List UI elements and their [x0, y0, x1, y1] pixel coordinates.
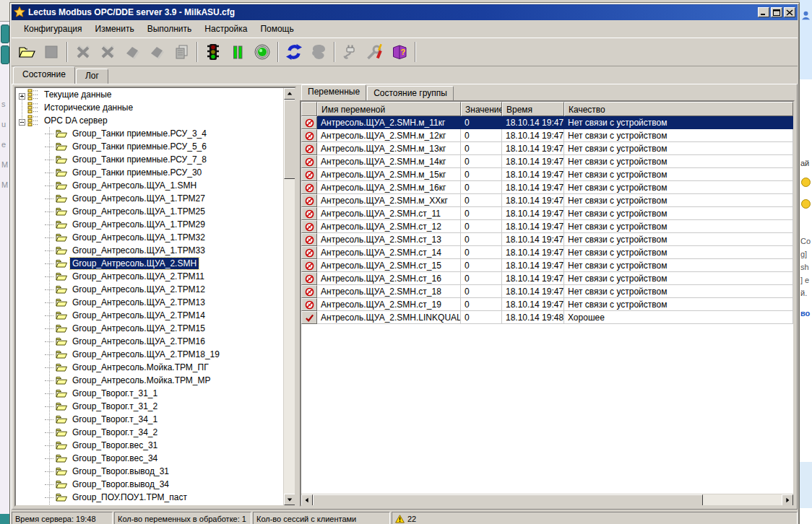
- table-row[interactable]: Антресоль.ЩУА_2.SMH.м_ХХкг018.10.14 19:4…: [301, 194, 793, 207]
- column-header-4[interactable]: Качество: [564, 102, 793, 116]
- grid-horizontal-scrollbar[interactable]: [301, 494, 793, 505]
- start-poll-button[interactable]: [201, 40, 225, 64]
- scroll-thumb[interactable]: [284, 100, 295, 179]
- settings-button[interactable]: [363, 40, 387, 64]
- tree-item[interactable]: Group_Антресоль.ЩУА_2.SMH: [16, 257, 283, 270]
- table-row[interactable]: Антресоль.ЩУА_2.SMH.ст_11018.10.14 19:47…: [301, 207, 793, 220]
- tree-item[interactable]: Group_Антресоль.ЩУА_2.ТРМ13: [16, 296, 283, 309]
- pause-poll-button[interactable]: [225, 40, 250, 64]
- column-header-0[interactable]: [301, 102, 317, 116]
- plug-icon: [342, 43, 359, 61]
- scroll-down-button[interactable]: [284, 494, 295, 505]
- table-row[interactable]: Антресоль.ЩУА_2.SMH.м_13кг018.10.14 19:4…: [301, 142, 793, 155]
- tree-item[interactable]: Group_Антресоль.ЩУА_1.SMH: [16, 179, 283, 192]
- table-row[interactable]: Антресоль.ЩУА_2.SMH.ст_15018.10.14 19:47…: [301, 259, 793, 272]
- tree-item[interactable]: Group_Танки приемные.РСУ_7_8: [16, 153, 283, 166]
- scroll-up-button[interactable]: [284, 88, 295, 100]
- mode-button[interactable]: [306, 40, 331, 64]
- tree-item[interactable]: Group_Творог.вывод_31: [16, 465, 283, 478]
- tree-item[interactable]: Group_Творог.т_34_1: [16, 413, 283, 426]
- table-row[interactable]: Антресоль.ЩУА_2.SMH.м_15кг018.10.14 19:4…: [301, 168, 793, 181]
- open-config-button[interactable]: [14, 40, 39, 64]
- tree-item[interactable]: Group_Творог.вывод_34: [16, 478, 283, 491]
- close-button[interactable]: [784, 7, 795, 17]
- delete-variable-button[interactable]: [71, 40, 95, 64]
- paste-button[interactable]: [169, 40, 194, 64]
- tree-item[interactable]: Group_ПОУ.ПОУ1.ТРМ_паст: [16, 491, 283, 504]
- table-row[interactable]: Антресоль.ЩУА_2.SMH.м_16кг018.10.14 19:4…: [301, 181, 793, 194]
- column-header-1[interactable]: Имя переменой: [317, 102, 461, 116]
- table-row[interactable]: Антресоль.ЩУА_2.SMH.ст_18018.10.14 19:47…: [301, 285, 793, 298]
- tree-item[interactable]: Group_Творог.т_31_1: [16, 387, 283, 400]
- tree-item[interactable]: Group_Антресоль.ЩУА_1.ТРМ33: [16, 244, 283, 257]
- table-row[interactable]: Антресоль.ЩУА_2.SMH.ст_16018.10.14 19:47…: [301, 272, 793, 285]
- menu-item-0[interactable]: Конфигурация: [17, 22, 89, 36]
- table-row[interactable]: Антресоль.ЩУА_2.SMH.ст_12018.10.14 19:47…: [301, 220, 793, 233]
- tree-item[interactable]: Текущие данные: [16, 88, 283, 101]
- save-config-button[interactable]: [39, 40, 64, 64]
- tree-item[interactable]: Group_Творог.вес_31: [16, 439, 283, 452]
- delete-all-button[interactable]: [95, 40, 120, 64]
- tree-item-label: Group_Творог.т_34_1: [70, 414, 160, 425]
- menu-item-2[interactable]: Выполнить: [141, 22, 199, 36]
- table-row[interactable]: Антресоль.ЩУА_2.SMH.ст_13018.10.14 19:47…: [301, 233, 793, 246]
- tree-item[interactable]: Group_Танки приемные.РСУ_30: [16, 166, 283, 179]
- tree-item[interactable]: Group_Антресоль.ЩУА_1.ТРМ25: [16, 205, 283, 218]
- tree-item[interactable]: Исторические данные: [16, 101, 283, 114]
- tree-item[interactable]: Group_ПОУ.ПОУ1.ТРМ_охл: [16, 504, 283, 505]
- tree-item[interactable]: Group_Антресоль.Мойка.ТРМ_ПГ: [16, 361, 283, 374]
- help-button[interactable]: ?: [387, 40, 412, 64]
- tree-item[interactable]: Group_Антресоль.ЩУА_2.ТРМ14: [16, 309, 283, 322]
- menu-item-3[interactable]: Настройка: [198, 22, 254, 36]
- main-tab-0[interactable]: Состояние: [13, 66, 75, 84]
- tree-item[interactable]: Group_Антресоль.ЩУА_2.ТРМ12: [16, 283, 283, 296]
- tree-item[interactable]: Group_Творог.вес_34: [16, 452, 283, 465]
- column-header-2[interactable]: Значение: [461, 102, 502, 116]
- table-row[interactable]: Антресоль.ЩУА_2.SMH.м_14кг018.10.14 19:4…: [301, 155, 793, 168]
- refresh-button[interactable]: [282, 40, 306, 64]
- verify-button[interactable]: [120, 40, 144, 64]
- variables-tab-1[interactable]: Состояние группы: [367, 86, 454, 100]
- connection-test-button[interactable]: [338, 40, 363, 64]
- tree-item[interactable]: Group_Антресоль.ЩУА_2.ТРМ18_19: [16, 348, 283, 361]
- maximize-button[interactable]: [771, 7, 782, 17]
- minimize-button[interactable]: [758, 7, 769, 17]
- table-row[interactable]: Антресоль.ЩУА_2.SMH.ст_14018.10.14 19:47…: [301, 246, 793, 259]
- table-row[interactable]: Антресоль.ЩУА_2.SMH.м_11кг018.10.14 19:4…: [301, 116, 793, 129]
- scroll-left-button[interactable]: [301, 494, 313, 506]
- tree-item[interactable]: Group_Антресоль.ЩУА_2.ТРМ11: [16, 270, 283, 283]
- background-text: u: [1, 120, 6, 128]
- variables-tab-bar: ПеременныеСостояние группы: [300, 85, 795, 100]
- tree-item[interactable]: Group_Антресоль.Мойка.ТРМ_МР: [16, 374, 283, 387]
- tree-vertical-scrollbar[interactable]: [283, 88, 295, 505]
- tree-item-label: Group_Антресоль.ЩУА_1.ТРМ33: [70, 245, 207, 256]
- tree-item[interactable]: Group_Творог.т_31_2: [16, 400, 283, 413]
- tree-item-label: OPC DA сервер: [42, 115, 110, 126]
- tree-item[interactable]: Group_Антресоль.ЩУА_1.ТРМ27: [16, 192, 283, 205]
- table-row[interactable]: Антресоль.ЩУА_2.SMH.LINKQUALITY018.10.14…: [301, 311, 793, 324]
- column-header-3[interactable]: Время: [502, 102, 564, 116]
- tree-item[interactable]: Group_Антресоль.ЩУА_2.ТРМ15: [16, 322, 283, 335]
- tree-item-label: Group_Антресоль.ЩУА_2.ТРМ15: [70, 323, 207, 334]
- tree-item[interactable]: Group_Танки приемные.РСУ_5_6: [16, 140, 283, 153]
- tree-item[interactable]: Group_Антресоль.ЩУА_1.ТРМ29: [16, 218, 283, 231]
- group-folder-icon: [56, 349, 67, 360]
- tree-item[interactable]: OPC DA сервер: [16, 114, 283, 127]
- scroll-right-button[interactable]: [782, 494, 793, 506]
- scroll-thumb[interactable]: [313, 494, 703, 506]
- table-row[interactable]: Антресоль.ЩУА_2.SMH.м_12кг018.10.14 19:4…: [301, 129, 793, 142]
- table-row[interactable]: Антресоль.ЩУА_2.SMH.ст_19018.10.14 19:47…: [301, 298, 793, 311]
- main-tab-1[interactable]: Лог: [76, 69, 108, 84]
- tree-item[interactable]: Group_Антресоль.ЩУА_2.ТРМ16: [16, 335, 283, 348]
- variables-tab-0[interactable]: Переменные: [301, 84, 366, 100]
- no-link-icon: [301, 142, 317, 155]
- tree-item[interactable]: Group_Танки приемные.РСУ_3_4: [16, 127, 283, 140]
- menu-item-4[interactable]: Помощь: [254, 22, 300, 36]
- menu-item-1[interactable]: Изменить: [89, 22, 141, 36]
- group-folder-icon: [56, 310, 67, 321]
- tree-item[interactable]: Group_Творог.т_34_2: [16, 426, 283, 439]
- tree-item[interactable]: Group_Антресоль.ЩУА_1.ТРМ32: [16, 231, 283, 244]
- value-cell: 0: [461, 285, 502, 298]
- monitor-button[interactable]: [250, 40, 275, 64]
- verify-all-button[interactable]: [144, 40, 169, 64]
